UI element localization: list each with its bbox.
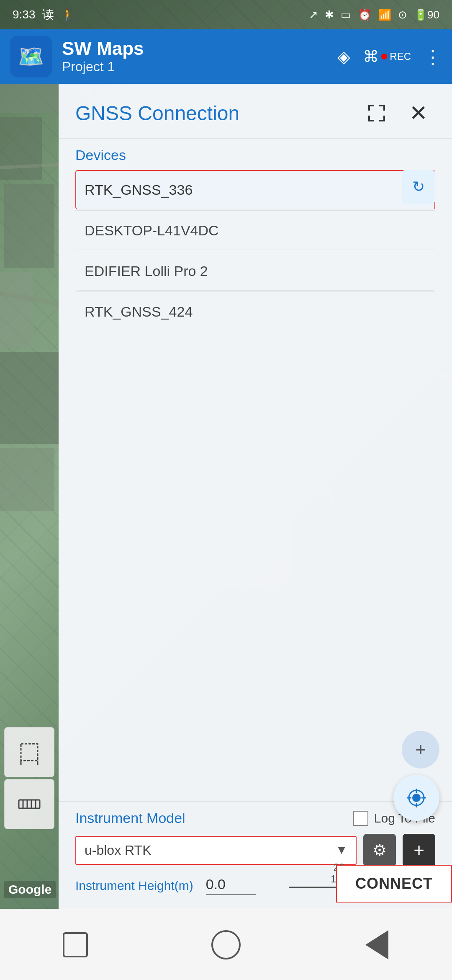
svg-rect-4	[0, 352, 59, 444]
fab-plus-button[interactable]: +	[402, 731, 439, 769]
measure-distance-button[interactable]	[4, 779, 54, 829]
device-item-edifier[interactable]: EDIFIER Lolli Pro 2	[75, 251, 435, 291]
svg-rect-2	[4, 184, 54, 268]
dropdown-arrow-icon: ▼	[336, 843, 347, 857]
battery-icon: ▭	[341, 8, 351, 21]
connect-button[interactable]: CONNECT	[336, 865, 452, 903]
google-brand: Google	[4, 881, 56, 898]
battery-percent-icon: 🔋90	[414, 8, 439, 21]
devices-list: ↻ RTK_GNSS_336 DESKTOP-L41V4DC EDIFIER L…	[75, 170, 435, 332]
svg-point-22	[412, 794, 421, 802]
settings-button[interactable]: ⚙	[363, 834, 396, 867]
status-icon-walk: 🚶	[61, 8, 75, 22]
refresh-button[interactable]: ↻	[402, 170, 435, 204]
nav-home-button[interactable]	[205, 924, 247, 966]
connect-button-container: CONNECT	[336, 865, 452, 903]
rec-label: REC	[390, 51, 411, 62]
instrument-select-row: u-blox RTK ▼ ⚙ +	[75, 834, 435, 867]
instrument-height-label: Instrument Height(m)	[75, 879, 193, 893]
devices-label: Devices	[75, 147, 435, 163]
bluetooth-icon: ✱	[325, 8, 334, 21]
svg-rect-5	[0, 448, 54, 511]
device-item-desktop[interactable]: DESKTOP-L41V4DC	[75, 211, 435, 250]
app-title-block: SW Maps Project 1	[62, 39, 327, 74]
fullscreen-button[interactable]	[360, 96, 393, 130]
location-icon: ↗	[309, 8, 318, 21]
nav-square-icon	[63, 932, 88, 957]
devices-section: Devices ↻ RTK_GNSS_336 DESKTOP-L41V4DC E…	[59, 139, 452, 333]
navigation-bar	[0, 909, 452, 980]
instrument-height-value[interactable]: 0.0	[206, 876, 256, 895]
status-icon-read: 读	[42, 7, 54, 23]
app-title: SW Maps	[62, 39, 327, 59]
add-instrument-button[interactable]: +	[403, 834, 435, 867]
svg-rect-1	[0, 117, 42, 180]
svg-rect-14	[21, 744, 38, 761]
log-to-file-checkbox[interactable]	[353, 811, 368, 826]
status-right: ↗ ✱ ▭ ⏰ 📶 ⊙ 🔋90	[309, 8, 439, 21]
rec-button[interactable]: ⌘ REC	[363, 47, 411, 66]
app-subtitle: Project 1	[62, 59, 327, 75]
device-item-rtk424[interactable]: RTK_GNSS_424	[75, 292, 435, 332]
nav-back-icon	[365, 930, 388, 959]
device-item-rtk336[interactable]: RTK_GNSS_336	[75, 170, 435, 209]
header-icons: ◈ ⌘ REC ⋮	[337, 46, 442, 67]
status-time: 9:33	[13, 8, 36, 21]
instrument-model-dropdown[interactable]: u-blox RTK ▼	[75, 836, 357, 865]
signal-icon: 📶	[378, 8, 391, 21]
add-icon: +	[413, 840, 424, 861]
rec-dot	[381, 54, 387, 59]
status-bar: 9:33 读 🚶 ↗ ✱ ▭ ⏰ 📶 ⊙ 🔋90	[0, 0, 452, 29]
map-tools	[0, 723, 59, 833]
svg-rect-3	[0, 272, 33, 348]
instrument-model-label: Instrument Model	[75, 810, 185, 826]
measure-area-button[interactable]	[4, 727, 54, 777]
panel-title: GNSS Connection	[75, 102, 239, 125]
close-button[interactable]: ✕	[402, 96, 435, 130]
layers-icon[interactable]: ◈	[337, 47, 350, 66]
gnss-panel: GNSS Connection ✕ Devices ↻ RTK_GNSS_336…	[59, 84, 452, 909]
svg-rect-17	[19, 800, 40, 808]
fab-location-button[interactable]	[393, 775, 439, 821]
nav-circle-icon	[211, 930, 241, 959]
app-header: 🗺️ SW Maps Project 1 ◈ ⌘ REC ⋮	[0, 29, 452, 84]
wifi-icon: ⊙	[398, 8, 407, 21]
more-icon[interactable]: ⋮	[424, 46, 442, 67]
instrument-model-row: Instrument Model Log To File	[75, 810, 435, 826]
panel-header-icons: ✕	[360, 96, 435, 130]
nav-square-button[interactable]	[54, 924, 96, 966]
alarm-icon: ⏰	[358, 8, 371, 21]
app-icon: 🗺️	[10, 36, 52, 77]
status-left: 9:33 读 🚶	[13, 7, 75, 23]
network-icon: ⌘	[363, 47, 379, 66]
gear-icon: ⚙	[372, 841, 387, 859]
instrument-model-value: u-blox RTK	[85, 843, 336, 858]
panel-header: GNSS Connection ✕	[59, 84, 452, 139]
nav-back-button[interactable]	[356, 924, 398, 966]
